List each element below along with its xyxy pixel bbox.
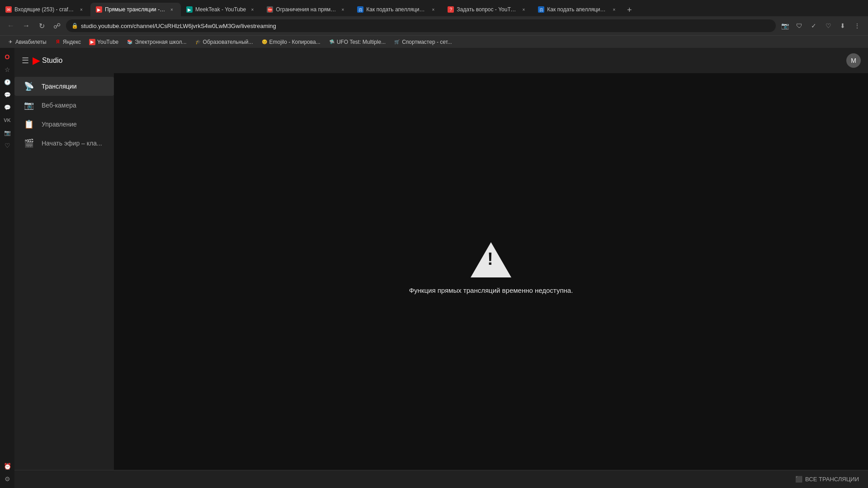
address-bar[interactable]: 🔒 studio.youtube.com/channel/UCsRHlzLW6j…	[66, 19, 776, 32]
opera-logo-icon[interactable]: O	[2, 52, 13, 62]
streams-icon: 📡	[24, 81, 34, 91]
tab-1-favicon: ✉	[5, 6, 12, 13]
yt-bottom-bar: ⬛ ВСЕ ТРАНСЛЯЦИИ	[14, 470, 868, 488]
tab-2[interactable]: ▶ Прямые трансляции - Yo... ×	[90, 3, 181, 16]
bookmark-ufo-favicon: 🛸	[329, 39, 335, 45]
yt-studio-logo: ▶ Studio	[33, 55, 62, 66]
bookmark-emojilo-favicon: 😊	[261, 39, 268, 45]
yt-logo-icon: ▶	[33, 55, 40, 66]
user-avatar[interactable]: М	[846, 53, 861, 68]
opera-clock-icon[interactable]: ⏰	[2, 461, 13, 472]
tab-6[interactable]: ? Задать вопрос - YouTube... ×	[442, 3, 533, 16]
webcam-label: Веб-камера	[42, 102, 76, 109]
tab-2-close[interactable]: ×	[168, 6, 175, 13]
hamburger-menu-icon[interactable]: ☰	[22, 56, 29, 66]
lock-icon: 🔒	[71, 23, 78, 29]
bookmark-eshkola-label: Электронная школ...	[135, 39, 186, 45]
sidebar-item-streams[interactable]: 📡 Трансляции	[14, 77, 114, 96]
tab-3-close[interactable]: ×	[249, 6, 256, 13]
tab-3-title: MeekTeak - YouTube	[195, 6, 246, 13]
yt-main-content: Функция прямых трансляций временно недос…	[114, 48, 868, 488]
bookmark-sportmaster-favicon: 🛒	[394, 39, 400, 45]
opera-heart-icon[interactable]: ♡	[2, 140, 13, 151]
opera-whatsapp-icon[interactable]: 💬	[2, 102, 13, 113]
tab-5-close[interactable]: ×	[429, 6, 437, 13]
bookmark-emojilo-label: Emojilo - Копирова...	[269, 39, 321, 45]
tab-5[interactable]: ⚖ Как подать апелляцию н... ×	[352, 3, 442, 16]
more-button[interactable]: ⋮	[851, 19, 863, 32]
tab-4-title: Ограничения на прямые ...	[276, 6, 336, 13]
refresh-button[interactable]: ↻	[35, 19, 48, 32]
bookmark-sportmaster[interactable]: 🛒 Спортмастер - сет...	[390, 37, 455, 47]
new-tab-button[interactable]: +	[623, 4, 636, 16]
back-button[interactable]: ←	[5, 19, 17, 32]
bookmarks-bar: ✈ Авиабилеты Я Яндекс ▶ YouTube 📚 Электр…	[0, 35, 868, 48]
bookmark-yandex-label: Яндекс	[63, 39, 81, 45]
bookmark-emojilo[interactable]: 😊 Emojilo - Копирова...	[258, 37, 324, 47]
unavailable-message: Функция прямых трансляций временно недос…	[409, 286, 573, 294]
camera-button[interactable]: 📷	[778, 19, 791, 32]
check-button[interactable]: ✓	[807, 19, 820, 32]
sidebar-item-manage[interactable]: 📋 Управление	[14, 115, 114, 134]
bookmark-edu-label: Образовательный...	[203, 39, 253, 45]
bookmark-ufo-label: UFO Test: Multiple...	[337, 39, 386, 45]
bookmark-aviabilety-label: Авиабилеты	[15, 39, 47, 45]
golive-label: Начать эфир – кла...	[42, 140, 102, 147]
heart-button[interactable]: ♡	[822, 19, 835, 32]
tab-bar: ✉ Входящие (253) - craft.tv... × ▶ Прямы…	[0, 0, 868, 16]
tab-6-close[interactable]: ×	[520, 6, 527, 13]
yt-topbar: М	[114, 48, 868, 73]
warning-triangle-icon	[471, 242, 511, 277]
tab-7-close[interactable]: ×	[610, 6, 618, 13]
tab-4-close[interactable]: ×	[339, 6, 346, 13]
bookmark-sportmaster-label: Спортмастер - сет...	[402, 39, 452, 45]
tab-2-title: Прямые трансляции - Yo...	[105, 6, 165, 13]
bookmark-ufo[interactable]: 🛸 UFO Test: Multiple...	[325, 37, 389, 47]
bookmark-youtube-label: YouTube	[97, 39, 118, 45]
tab-1[interactable]: ✉ Входящие (253) - craft.tv... ×	[0, 3, 90, 16]
yt-sidebar-header: ☰ ▶ Studio	[14, 48, 114, 73]
bookmark-youtube-favicon: ▶	[89, 39, 95, 45]
tab-5-favicon: ⚖	[357, 6, 363, 13]
tab-4-favicon: ⛔	[267, 6, 273, 13]
sidebar-item-webcam[interactable]: 📷 Веб-камера	[14, 96, 114, 115]
bookmark-youtube[interactable]: ▶ YouTube	[85, 37, 122, 47]
opera-sidebar: O ☆ 🕐 💬 💬 VK 📷 ♡ ⏰ ⚙	[0, 48, 14, 488]
opera-settings-icon[interactable]: ⚙	[2, 474, 13, 484]
opera-bookmarks-icon[interactable]: ☆	[2, 64, 13, 75]
nav-right-buttons: 📷 🛡 ✓ ♡ ⬇ ⋮	[778, 19, 863, 32]
bookmark-eshkola[interactable]: 📚 Электронная школ...	[123, 37, 190, 47]
opera-instagram-icon[interactable]: 📷	[2, 127, 13, 138]
opera-messenger-icon[interactable]: 💬	[2, 89, 13, 100]
tab-2-favicon: ▶	[96, 6, 102, 13]
tab-7[interactable]: ⚖ Как подать апелляцию н... ×	[533, 3, 623, 16]
tab-1-close[interactable]: ×	[78, 6, 85, 13]
opera-vk-icon[interactable]: VK	[2, 115, 13, 126]
sidebar-item-golive[interactable]: 🎬 Начать эфир – кла...	[14, 134, 114, 153]
forward-button[interactable]: →	[20, 19, 33, 32]
tab-3[interactable]: ▶ MeekTeak - YouTube ×	[181, 3, 261, 16]
bookmark-yandex[interactable]: Я Яндекс	[51, 37, 85, 47]
tab-7-title: Как подать апелляцию н...	[547, 6, 608, 13]
address-text: studio.youtube.com/channel/UCsRHlzLW6jvr…	[81, 23, 276, 29]
tab-5-title: Как подать апелляцию н...	[366, 6, 427, 13]
shield-button[interactable]: 🛡	[793, 19, 806, 32]
all-streams-button[interactable]: ⬛ ВСЕ ТРАНСЛЯЦИИ	[795, 476, 859, 483]
download-button[interactable]: ⬇	[836, 19, 849, 32]
webcam-icon: 📷	[24, 100, 34, 110]
tab-4[interactable]: ⛔ Ограничения на прямые ... ×	[261, 3, 352, 16]
yt-sidebar-menu: 📡 Трансляции 📷 Веб-камера 📋 Управление 🎬…	[14, 73, 114, 470]
opera-history-icon[interactable]: 🕐	[2, 77, 13, 88]
tab-6-favicon: ?	[448, 6, 454, 13]
tab-6-title: Задать вопрос - YouTube...	[457, 6, 517, 13]
home-button[interactable]: ☍	[51, 19, 63, 32]
manage-label: Управление	[42, 121, 77, 128]
tab-1-title: Входящие (253) - craft.tv...	[14, 6, 75, 13]
warning-icon-wrapper	[471, 242, 511, 277]
bookmark-edu[interactable]: 🎓 Образовательный...	[191, 37, 257, 47]
bookmark-aviabilety[interactable]: ✈ Авиабилеты	[4, 37, 50, 47]
bookmark-edu-favicon: 🎓	[195, 39, 201, 45]
navigation-bar: ← → ↻ ☍ 🔒 studio.youtube.com/channel/UCs…	[0, 16, 868, 35]
streams-label: Трансляции	[42, 83, 76, 90]
all-streams-label: ВСЕ ТРАНСЛЯЦИИ	[805, 476, 859, 483]
